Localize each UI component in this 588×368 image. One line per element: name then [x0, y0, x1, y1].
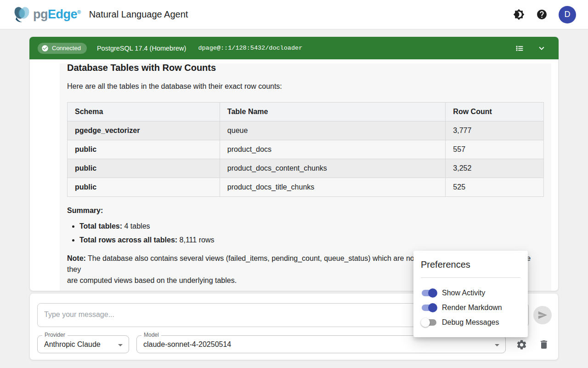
list-icon	[514, 43, 525, 53]
summary-list: Total tables: 4 tables Total rows across…	[67, 221, 544, 246]
help-icon	[536, 9, 548, 20]
connection-status-badge: Connected	[38, 43, 87, 54]
toggle-label: Debug Messages	[442, 318, 499, 327]
trash-icon	[538, 339, 549, 350]
message-intro: Here are all the tables in the database …	[67, 81, 544, 92]
theme-toggle-button[interactable]	[513, 9, 525, 21]
clear-chat-button[interactable]	[538, 339, 550, 351]
cell-table-name: product_docs	[220, 140, 446, 159]
column-header-schema: Schema	[68, 103, 220, 121]
app-header: pgEdge® Natural Language Agent D	[0, 0, 588, 29]
toggle-switch[interactable]	[421, 302, 438, 313]
cell-table-name: product_docs_content_chunks	[220, 159, 446, 178]
cell-row-count: 525	[446, 178, 544, 197]
provider-select-label: Provider	[42, 332, 68, 338]
connection-actions	[514, 42, 550, 54]
brand-text: pgEdge®	[33, 7, 81, 22]
send-icon	[537, 310, 548, 320]
toggle-label: Show Activity	[442, 289, 485, 297]
header-actions: D	[513, 6, 576, 23]
preferences-title: Preferences	[421, 258, 520, 271]
message-heading: Database Tables with Row Counts	[67, 63, 544, 74]
toggle-show-activity[interactable]: Show Activity	[421, 286, 520, 300]
chevron-down-icon	[537, 43, 547, 53]
connection-status-label: Connected	[52, 45, 81, 52]
connection-bar: Connected PostgreSQL 17.4 (Homebrew) dpa…	[29, 37, 559, 59]
model-select-label: Model	[141, 332, 161, 338]
gear-icon	[516, 339, 527, 351]
model-select[interactable]: Model claude-sonnet-4-20250514	[136, 335, 506, 353]
cell-row-count: 3,777	[446, 121, 544, 140]
cell-row-count: 557	[446, 140, 544, 159]
db-tables-table: Schema Table Name Row Count pgedge_vecto…	[67, 102, 544, 197]
table-row: public product_docs_title_chunks 525	[68, 178, 544, 197]
check-circle-icon	[41, 45, 49, 52]
toggle-switch[interactable]	[421, 288, 438, 299]
provider-select[interactable]: Provider Anthropic Claude	[37, 335, 129, 353]
list-item: Total tables: 4 tables	[79, 221, 544, 232]
toggle-debug-messages[interactable]: Debug Messages	[421, 315, 520, 330]
send-button[interactable]	[533, 306, 552, 324]
connection-string: dpage@::1/128:5432/docloader	[198, 45, 302, 52]
connection-expand-button[interactable]	[536, 42, 548, 54]
pgedge-logo: pgEdge®	[12, 6, 81, 24]
cell-schema: public	[68, 140, 220, 159]
server-version-label: PostgreSQL 17.4 (Homebrew)	[97, 45, 187, 52]
page-title: Natural Language Agent	[89, 9, 188, 20]
cell-schema: public	[68, 159, 220, 178]
toggle-label: Render Markdown	[442, 304, 502, 312]
cell-schema: public	[68, 178, 220, 197]
column-header-row-count: Row Count	[446, 103, 544, 121]
cell-table-name: product_docs_title_chunks	[220, 178, 446, 197]
cell-row-count: 3,252	[446, 159, 544, 178]
dark-mode-icon	[513, 9, 525, 20]
model-select-value: claude-sonnet-4-20250514	[137, 336, 505, 353]
user-avatar[interactable]: D	[559, 6, 576, 23]
table-row: pgedge_vectorizer queue 3,777	[68, 121, 544, 140]
table-row: public product_docs_content_chunks 3,252	[68, 159, 544, 178]
help-button[interactable]	[536, 9, 548, 21]
preferences-popover: Preferences Show Activity Render Markdow…	[413, 251, 528, 337]
table-row: public product_docs 557	[68, 140, 544, 159]
dropdown-arrow-icon	[492, 339, 503, 352]
toggle-render-markdown[interactable]: Render Markdown	[421, 300, 520, 315]
list-item: Total rows across all tables: 8,111 rows	[79, 235, 544, 246]
pgedge-logo-mark	[12, 6, 32, 24]
connection-list-button[interactable]	[514, 42, 526, 54]
dropdown-arrow-icon	[115, 339, 126, 352]
column-header-table-name: Table Name	[220, 103, 446, 121]
settings-button[interactable]	[515, 339, 527, 351]
divider	[421, 277, 520, 278]
cell-table-name: queue	[220, 121, 446, 140]
summary-heading: Summary:	[67, 205, 544, 216]
toggle-switch[interactable]	[421, 317, 438, 328]
table-header-row: Schema Table Name Row Count	[68, 103, 544, 121]
cell-schema: pgedge_vectorizer	[68, 121, 220, 140]
